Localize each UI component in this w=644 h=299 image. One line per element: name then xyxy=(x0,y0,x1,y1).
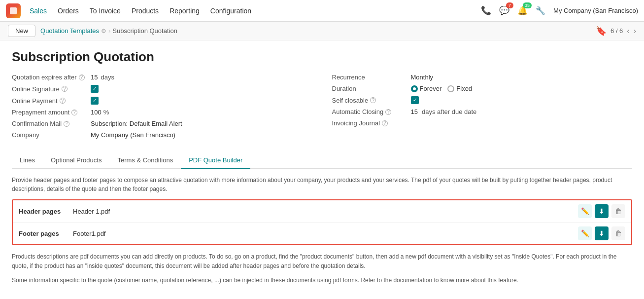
header-pages-actions: ✏️ ⬇ 🗑 xyxy=(578,204,625,218)
nav-to-invoice[interactable]: To Invoice xyxy=(85,4,126,18)
prepayment-value: 100 xyxy=(91,109,102,116)
breadcrumb-gear[interactable]: ⚙ xyxy=(101,28,106,35)
quotation-expires-label: Quotation expires after ? xyxy=(12,74,91,81)
app-logo xyxy=(6,3,21,18)
nav-sales[interactable]: Sales xyxy=(25,4,52,18)
tabs: Lines Optional Products Terms & Conditio… xyxy=(12,152,632,169)
quotation-expires-unit: days xyxy=(101,74,114,81)
footer-pages-actions: ✏️ ⬇ 🗑 xyxy=(578,226,625,240)
nav-reporting[interactable]: Reporting xyxy=(165,4,204,18)
help-icon-1[interactable]: ? xyxy=(79,75,85,80)
new-button[interactable]: New xyxy=(8,25,35,37)
pdf-builder-description: Provide header pages and footer pages to… xyxy=(12,176,632,193)
toolbar: New Quotation Templates ⚙ › Subscription… xyxy=(0,22,644,40)
online-signature-row: Online Signature ? ✓ xyxy=(12,85,312,93)
form-grid: Quotation expires after ? 15 days Online… xyxy=(12,74,632,143)
quotation-expires-row: Quotation expires after ? 15 days xyxy=(12,74,312,81)
form-left: Quotation expires after ? 15 days Online… xyxy=(12,74,312,143)
nav-right: 📞 💬 7 🔔 35 🔧 My Company (San Francisco) xyxy=(481,5,638,16)
breadcrumb-separator: › xyxy=(108,27,110,35)
help-icon-3[interactable]: ? xyxy=(60,98,66,104)
prepayment-unit: % xyxy=(103,109,109,116)
pagination-label: 6 / 6 xyxy=(610,27,623,35)
footer-delete-button[interactable]: 🗑 xyxy=(611,226,625,240)
help-icon-7[interactable]: ? xyxy=(385,109,391,115)
radio-forever[interactable] xyxy=(411,85,418,92)
form-right: Recurrence Monthly Duration Forever Fixe… xyxy=(332,74,633,143)
duration-fixed-option[interactable]: Fixed xyxy=(447,85,472,92)
toolbar-right: 🔖 6 / 6 ‹ › xyxy=(596,26,636,37)
help-icon-6[interactable]: ? xyxy=(370,97,376,103)
main-content: Subscription Quotation Quotation expires… xyxy=(0,40,644,299)
prepayment-row: Prepayment amount ? 100 % xyxy=(12,109,312,116)
confirmation-mail-row: Confirmation Mail ? Subscription: Defaul… xyxy=(12,120,312,127)
tab-terms-conditions[interactable]: Terms & Conditions xyxy=(109,152,181,169)
invoicing-journal-row: Invoicing Journal ? xyxy=(332,119,633,127)
tab-pdf-quote-builder[interactable]: PDF Quote Builder xyxy=(181,152,250,169)
automatic-closing-label: Automatic Closing ? xyxy=(332,108,411,115)
duration-label: Duration xyxy=(332,85,411,92)
header-download-button[interactable]: ⬇ xyxy=(595,204,609,218)
tab-lines[interactable]: Lines xyxy=(12,152,43,169)
file-list-container: Header pages Header 1.pdf ✏️ ⬇ 🗑 Footer … xyxy=(12,199,632,245)
footer-edit-button[interactable]: ✏️ xyxy=(578,226,592,240)
header-pages-filename: Header 1.pdf xyxy=(73,208,578,215)
online-payment-checkbox[interactable]: ✓ xyxy=(91,97,99,105)
automatic-closing-value: 15 xyxy=(411,108,418,115)
footer-pages-label: Footer pages xyxy=(19,230,73,237)
nav-products[interactable]: Products xyxy=(127,4,164,18)
chat-icon[interactable]: 💬 7 xyxy=(499,5,509,16)
breadcrumb-current: Subscription Quotation xyxy=(112,27,177,35)
header-delete-button[interactable]: 🗑 xyxy=(611,204,625,218)
tab-optional-products[interactable]: Optional Products xyxy=(43,152,109,169)
nav-configuration[interactable]: Configuration xyxy=(205,4,256,18)
online-payment-row: Online Payment ? ✓ xyxy=(12,97,312,105)
breadcrumb-parent[interactable]: Quotation Templates xyxy=(40,27,99,35)
recurrence-row: Recurrence Monthly xyxy=(332,74,633,81)
recurrence-label: Recurrence xyxy=(332,74,411,81)
prev-arrow[interactable]: ‹ xyxy=(627,27,629,36)
confirmation-mail-value: Subscription: Default Email Alert xyxy=(91,120,182,127)
header-edit-button[interactable]: ✏️ xyxy=(578,204,592,218)
help-icon-4[interactable]: ? xyxy=(71,110,77,115)
nav-orders[interactable]: Orders xyxy=(53,4,84,18)
self-closable-row: Self closable ? ✓ xyxy=(332,96,633,104)
recurrence-value: Monthly xyxy=(411,74,434,81)
radio-fixed[interactable] xyxy=(447,85,454,92)
next-arrow[interactable]: › xyxy=(634,27,636,36)
duration-forever-option[interactable]: Forever xyxy=(411,85,442,92)
duration-row: Duration Forever Fixed xyxy=(332,85,633,92)
online-payment-label: Online Payment ? xyxy=(12,97,91,105)
breadcrumb: Quotation Templates ⚙ › Subscription Quo… xyxy=(40,27,177,35)
activity-badge: 35 xyxy=(523,2,532,8)
automatic-closing-row: Automatic Closing ? 15 days after due da… xyxy=(332,108,633,115)
wrench-icon[interactable]: 🔧 xyxy=(536,6,545,15)
online-signature-label: Online Signature ? xyxy=(12,85,91,93)
pdf-builder-section: Provide header pages and footer pages to… xyxy=(12,176,632,286)
activity-icon[interactable]: 🔔 35 xyxy=(517,5,528,16)
confirmation-mail-label: Confirmation Mail ? xyxy=(12,120,91,127)
footer-download-button[interactable]: ⬇ xyxy=(595,226,609,240)
company-field-label: Company xyxy=(12,131,91,139)
invoicing-journal-label: Invoicing Journal ? xyxy=(332,119,411,127)
chat-badge: 7 xyxy=(506,2,513,8)
help-icon-2[interactable]: ? xyxy=(62,86,68,92)
self-closable-label: Self closable ? xyxy=(332,97,411,104)
duration-options: Forever Fixed xyxy=(411,85,473,92)
quotation-expires-value: 15 xyxy=(91,74,98,81)
header-pages-row: Header pages Header 1.pdf ✏️ ⬇ 🗑 xyxy=(13,200,631,223)
online-signature-checkbox[interactable]: ✓ xyxy=(91,85,99,93)
company-row: Company My Company (San Francisco) xyxy=(12,131,312,139)
footer-pages-row: Footer pages Footer1.pdf ✏️ ⬇ 🗑 xyxy=(13,223,631,244)
bottom-description-1: Products descriptions are pdf documents … xyxy=(12,252,632,271)
help-icon-5[interactable]: ? xyxy=(64,121,69,127)
bottom-description-2: Some information specific to the quote (… xyxy=(12,276,632,285)
prepayment-label: Prepayment amount ? xyxy=(12,109,91,116)
phone-icon[interactable]: 📞 xyxy=(481,5,491,16)
help-icon-8[interactable]: ? xyxy=(382,120,388,126)
bookmark-icon[interactable]: 🔖 xyxy=(596,26,607,37)
self-closable-checkbox[interactable]: ✓ xyxy=(411,96,419,104)
top-nav: Sales Orders To Invoice Products Reporti… xyxy=(0,0,644,22)
footer-pages-filename: Footer1.pdf xyxy=(73,230,578,237)
company-value: My Company (San Francisco) xyxy=(91,131,175,139)
